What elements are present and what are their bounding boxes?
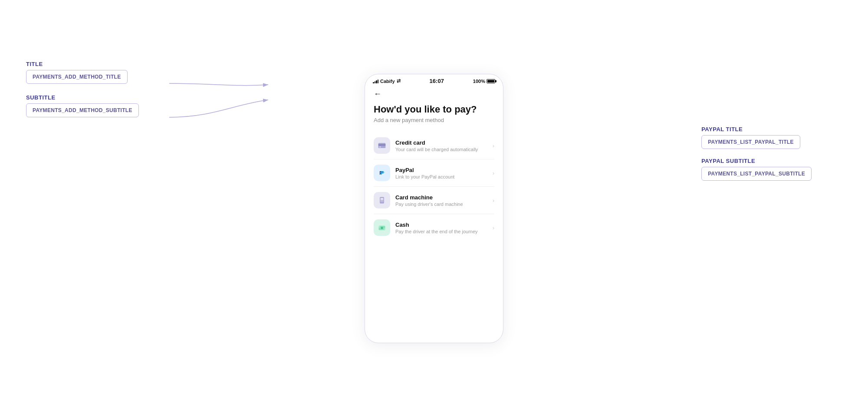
svg-text:P: P <box>381 170 385 176</box>
screen-title: How'd you like to pay? <box>374 104 494 115</box>
phone-frame: Cabify ⇄ 16:07 100% ← How'd you like to … <box>365 74 503 343</box>
credit-card-title: Credit card <box>395 139 490 146</box>
battery-fill <box>487 80 494 83</box>
screen-subtitle: Add a new payment method <box>374 117 494 123</box>
paypal-desc: Link to your PayPal account <box>395 174 490 179</box>
svg-rect-2 <box>378 145 386 146</box>
subtitle-annotation-label: SUBTITLE <box>26 94 139 101</box>
left-annotations: TITLE PAYMENTS_ADD_METHOD_TITLE SUBTITLE… <box>26 61 139 128</box>
carrier-area: Cabify ⇄ <box>373 78 401 84</box>
paypal-title-annotation-label: PAYPAL TITLE <box>701 126 812 132</box>
screen-content: ← How'd you like to pay? Add a new payme… <box>365 86 503 248</box>
svg-rect-14 <box>384 229 385 230</box>
svg-rect-8 <box>381 201 381 202</box>
cash-desc: Pay the driver at the end of the journey <box>395 229 490 234</box>
svg-rect-6 <box>380 197 384 204</box>
cash-chevron: › <box>493 225 494 231</box>
status-bar: Cabify ⇄ 16:07 100% <box>365 74 503 86</box>
svg-rect-13 <box>379 227 380 228</box>
payment-item-cash[interactable]: Cash Pay the driver at the end of the jo… <box>374 214 494 241</box>
svg-point-12 <box>381 227 383 229</box>
paypal-text: PayPal Link to your PayPal account <box>395 167 490 179</box>
card-machine-text: Card machine Pay using driver's card mac… <box>395 194 490 207</box>
back-button[interactable]: ← <box>374 89 381 99</box>
paypal-subtitle-annotation-label: PAYPAL SUBTITLE <box>701 158 812 164</box>
credit-card-desc: Your card will be charged automatically <box>395 147 490 152</box>
svg-rect-10 <box>383 201 384 202</box>
subtitle-annotation-box: PAYMENTS_ADD_METHOD_SUBTITLE <box>26 103 139 117</box>
card-machine-title: Card machine <box>395 194 490 201</box>
credit-card-text: Credit card Your card will be charged au… <box>395 139 490 152</box>
title-annotation-label: TITLE <box>26 61 139 67</box>
cash-title: Cash <box>395 222 490 228</box>
status-time: 16:07 <box>430 78 444 84</box>
payment-item-credit-card[interactable]: Credit card Your card will be charged au… <box>374 132 494 159</box>
payment-item-paypal[interactable]: P P PayPal Link to your PayPal account › <box>374 159 494 187</box>
signal-bars <box>373 79 378 83</box>
paypal-title-annotation-box: PAYMENTS_LIST_PAYPAL_TITLE <box>701 135 800 149</box>
paypal-icon-wrap: P P <box>374 165 390 181</box>
title-annotation-box: PAYMENTS_ADD_METHOD_TITLE <box>26 70 128 84</box>
paypal-chevron: › <box>493 170 494 176</box>
payment-list: Credit card Your card will be charged au… <box>374 132 494 241</box>
paypal-title: PayPal <box>395 167 490 173</box>
card-machine-icon-wrap <box>374 192 390 208</box>
wifi-icon: ⇄ <box>397 78 401 84</box>
payment-item-card-machine[interactable]: Card machine Pay using driver's card mac… <box>374 187 494 214</box>
battery-icon <box>487 79 495 83</box>
carrier-name: Cabify <box>380 79 395 84</box>
svg-rect-7 <box>381 198 384 200</box>
credit-card-icon <box>378 141 386 150</box>
svg-rect-3 <box>379 147 381 148</box>
credit-card-chevron: › <box>493 142 494 149</box>
battery-area: 100% <box>473 79 495 84</box>
card-machine-chevron: › <box>493 197 494 204</box>
right-annotations: PAYPAL TITLE PAYMENTS_LIST_PAYPAL_TITLE … <box>701 126 812 189</box>
battery-percent: 100% <box>473 79 485 84</box>
svg-rect-9 <box>381 201 382 202</box>
cash-icon-wrap <box>374 219 390 236</box>
cash-icon <box>378 223 386 232</box>
paypal-icon: P P <box>378 169 386 177</box>
credit-card-icon-wrap <box>374 137 390 154</box>
card-machine-icon <box>378 196 386 205</box>
paypal-subtitle-annotation-box: PAYMENTS_LIST_PAYPAL_SUBTITLE <box>701 167 812 181</box>
card-machine-desc: Pay using driver's card machine <box>395 202 490 207</box>
cash-text: Cash Pay the driver at the end of the jo… <box>395 222 490 234</box>
